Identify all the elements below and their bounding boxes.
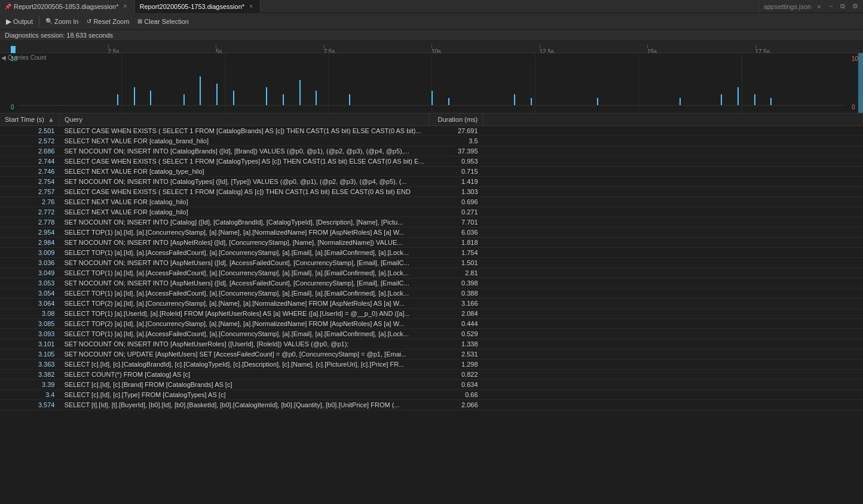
table-row[interactable]: 2.984SET NOCOUNT ON; INSERT INTO [AspNet…	[0, 238, 863, 248]
table-row[interactable]: 3.382SELECT COUNT(*) FROM [Catalog] AS […	[0, 370, 863, 380]
table-row[interactable]: 2.744SELECT CASE WHEN EXISTS ( SELECT 1 …	[0, 156, 863, 167]
table-row[interactable]: 3.08SELECT TOP(1) [a].[UserId], [a].[Rol…	[0, 309, 863, 319]
cell-start-4: 2.746	[0, 167, 59, 177]
table-row[interactable]: 3.036SET NOCOUNT ON; INSERT INTO [AspNet…	[0, 258, 863, 268]
table-row[interactable]: 3.363SELECT [c].[Id], [c].[CatalogBrandI…	[0, 359, 863, 370]
table-row[interactable]: 3.39SELECT [c].[Id], [c].[Brand] FROM [C…	[0, 380, 863, 390]
cell-spacer-3	[483, 156, 863, 167]
table-row[interactable]: 2.754SET NOCOUNT ON; INSERT INTO [Catalo…	[0, 177, 863, 187]
chart-bar-6	[233, 91, 234, 105]
cell-spacer-25	[483, 380, 863, 390]
chart-y-right: 10 0	[852, 53, 858, 113]
table-row[interactable]: 3.049SELECT TOP(1) [a].[Id], [a].[Access…	[0, 268, 863, 278]
status-value: 18.633 seconds	[66, 32, 113, 39]
zoom-in-icon: 🔍	[45, 18, 53, 24]
output-button[interactable]: ▶ Output	[2, 15, 36, 28]
cell-spacer-21	[483, 339, 863, 349]
cell-spacer-2	[483, 146, 863, 156]
table-row[interactable]: 2.686SET NOCOUNT ON; INSERT INTO [Catalo…	[0, 146, 863, 156]
cell-start-19: 3.085	[0, 319, 59, 329]
table-row[interactable]: 2.778SET NOCOUNT ON; INSERT INTO [Catalo…	[0, 217, 863, 228]
cell-spacer-0	[483, 126, 863, 136]
close-right-tab[interactable]: ×	[817, 3, 821, 10]
table-row[interactable]: 2.76SELECT NEXT VALUE FOR [catalog_hilo]…	[0, 197, 863, 207]
cell-query-5: SET NOCOUNT ON; INSERT INTO [CatalogType…	[59, 177, 429, 187]
cell-duration-21: 1.338	[429, 339, 483, 349]
cell-spacer-14	[483, 268, 863, 278]
cell-duration-11: 1.818	[429, 238, 483, 248]
cell-start-18: 3.08	[0, 309, 59, 319]
settings-btn[interactable]: ⚙	[850, 2, 861, 10]
cell-duration-7: 0.696	[429, 197, 483, 207]
tab-diag-1753[interactable]: Report20200505-1753.diagsession* ×	[135, 0, 261, 13]
cell-spacer-17	[483, 299, 863, 309]
cell-start-8: 2.772	[0, 207, 59, 217]
tab-label-2: Report20200505-1753.diagsession*	[140, 3, 245, 10]
cell-duration-13: 1.501	[429, 258, 483, 268]
table-row[interactable]: 3.4SELECT [c].[Id], [c].[Type] FROM [Cat…	[0, 390, 863, 400]
table-row[interactable]: 3.101SET NOCOUNT ON; INSERT INTO [AspNet…	[0, 339, 863, 349]
tab-diag-1853[interactable]: 📌 Report20200505-1853.diagsession* ×	[0, 0, 135, 13]
cell-query-26: SELECT [c].[Id], [c].[Type] FROM [Catalo…	[59, 390, 429, 400]
restore-btn[interactable]: ⧉	[838, 2, 847, 10]
cell-duration-24: 0.822	[429, 370, 483, 380]
right-tab-label[interactable]: appsettings.json	[758, 0, 816, 13]
cell-start-2: 2.686	[0, 146, 59, 156]
minimize-btn[interactable]: −	[827, 2, 836, 10]
cell-duration-1: 3.5	[429, 136, 483, 146]
table-row[interactable]: 2.501SELECT CASE WHEN EXISTS ( SELECT 1 …	[0, 126, 863, 136]
cell-start-24: 3.382	[0, 370, 59, 380]
cell-duration-26: 0.66	[429, 390, 483, 400]
cell-query-23: SELECT [c].[Id], [c].[CatalogBrandId], […	[59, 359, 429, 370]
table-row[interactable]: 2.572SELECT NEXT VALUE FOR [catalog_bran…	[0, 136, 863, 146]
table-row[interactable]: 2.746SELECT NEXT VALUE FOR [catalog_type…	[0, 167, 863, 177]
table-row[interactable]: 3.054SELECT TOP(1) [a].[Id], [a].[Access…	[0, 288, 863, 299]
table-row[interactable]: 2.954SELECT TOP(1) [a].[Id], [a].[Concur…	[0, 228, 863, 238]
cell-duration-20: 0.529	[429, 329, 483, 339]
table-row[interactable]: 3.085SELECT TOP(2) [a].[Id], [a].[Concur…	[0, 319, 863, 329]
close-tab-2[interactable]: ×	[247, 2, 255, 11]
cell-spacer-11	[483, 238, 863, 248]
status-label: Diagnostics session:	[5, 32, 65, 39]
cell-spacer-10	[483, 228, 863, 238]
y-max-right: 10	[852, 56, 858, 62]
chart-bar-18	[721, 94, 722, 105]
chart-bar-8	[283, 94, 284, 105]
cell-query-19: SELECT TOP(2) [a].[Id], [a].[Concurrency…	[59, 319, 429, 329]
cell-start-16: 3.054	[0, 288, 59, 299]
col-duration[interactable]: Duration (ms)	[429, 113, 483, 126]
table-row[interactable]: 3.105SET NOCOUNT ON; UPDATE [AspNetUsers…	[0, 349, 863, 359]
close-tab-1[interactable]: ×	[121, 2, 130, 11]
col-query[interactable]: Query	[59, 113, 429, 126]
cell-duration-8: 0.271	[429, 207, 483, 217]
table-row[interactable]: 3.064SELECT TOP(2) [a].[Id], [a].[Concur…	[0, 299, 863, 309]
zoom-in-button[interactable]: 🔍 Zoom In	[42, 15, 82, 28]
cell-query-6: SELECT CASE WHEN EXISTS ( SELECT 1 FROM …	[59, 187, 429, 197]
table-row[interactable]: 3.093SELECT TOP(1) [a].[Id], [a].[Access…	[0, 329, 863, 339]
chart-area[interactable]: ◀ Queries Count 10 0 10 0	[0, 53, 863, 113]
cell-start-12: 3.009	[0, 248, 59, 258]
ruler-start-marker	[11, 46, 16, 53]
table-row[interactable]: 2.772SELECT NEXT VALUE FOR [catalog_hilo…	[0, 207, 863, 217]
table-row[interactable]: 2.757SELECT CASE WHEN EXISTS ( SELECT 1 …	[0, 187, 863, 197]
col-start-time[interactable]: Start Time (s) ▲	[0, 113, 59, 126]
cell-start-7: 2.76	[0, 197, 59, 207]
cell-start-10: 2.954	[0, 228, 59, 238]
table-row[interactable]: 3.053SET NOCOUNT ON; INSERT INTO [AspNet…	[0, 278, 863, 288]
cell-spacer-9	[483, 217, 863, 228]
cell-start-11: 2.984	[0, 238, 59, 248]
gridline-6	[742, 53, 742, 113]
reset-zoom-button[interactable]: ↺ Reset Zoom	[83, 15, 133, 28]
clear-selection-button[interactable]: ⊠ Clear Selection	[134, 15, 192, 28]
reset-zoom-label: Reset Zoom	[93, 18, 129, 25]
chart-bar-4	[200, 76, 201, 105]
cell-query-14: SELECT TOP(1) [a].[Id], [a].[AccessFaile…	[59, 268, 429, 278]
table-row[interactable]: 3.574SELECT [t].[Id], [t].[BuyerId], [b0…	[0, 400, 863, 410]
table-container[interactable]: Start Time (s) ▲ Query Duration (ms) 2.5…	[0, 113, 863, 480]
cell-start-26: 3.4	[0, 390, 59, 400]
cell-query-8: SELECT NEXT VALUE FOR [catalog_hilo]	[59, 207, 429, 217]
cell-start-25: 3.39	[0, 380, 59, 390]
title-bar-right: appsettings.json × − ⧉ ⚙	[758, 0, 863, 13]
table-row[interactable]: 3.009SELECT TOP(1) [a].[Id], [a].[Access…	[0, 248, 863, 258]
cell-spacer-22	[483, 349, 863, 359]
